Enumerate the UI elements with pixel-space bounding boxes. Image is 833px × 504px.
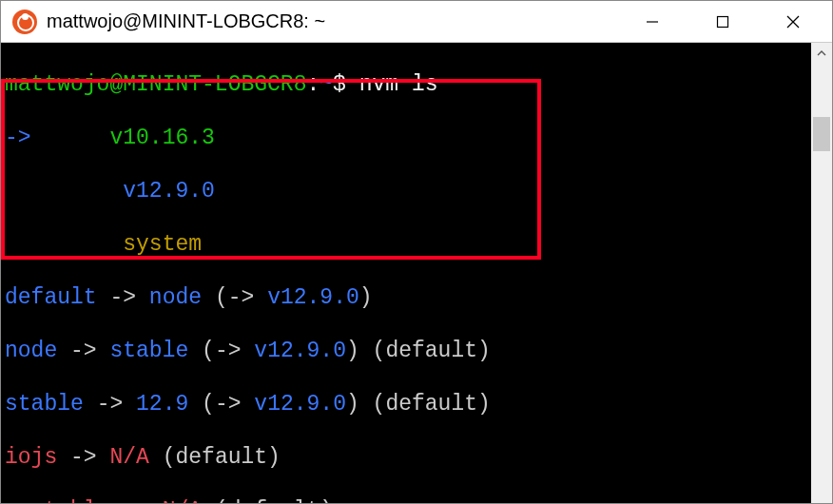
scroll-up-icon[interactable] <box>811 43 832 64</box>
nvm-system-row: system <box>5 231 807 258</box>
close-button[interactable] <box>758 1 828 43</box>
version-10: v10.16.3 <box>109 126 214 150</box>
window-titlebar: mattwojo@MININT-LOBGCR8: ~ <box>1 1 832 43</box>
window-title: mattwojo@MININT-LOBGCR8: ~ <box>47 10 617 32</box>
scrollbar[interactable] <box>811 43 832 503</box>
nvm-iojs-row: iojs -> N/A (default) <box>5 444 807 471</box>
nvm-default-row: default -> node (-> v12.9.0) <box>5 284 807 311</box>
prompt-path: ~ <box>320 72 333 97</box>
nvm-unstable-row: unstable -> N/A (default) <box>5 497 807 504</box>
window-controls <box>617 1 828 43</box>
maximize-button[interactable] <box>688 1 758 43</box>
minimize-button[interactable] <box>617 1 688 43</box>
terminal-output[interactable]: mattwojo@MININT-LOBGCR8:~$ nvm ls -> v10… <box>1 43 811 503</box>
system-label: system <box>123 232 202 257</box>
svg-rect-1 <box>718 16 728 27</box>
prompt-line: mattwojo@MININT-LOBGCR8:~$ nvm ls <box>5 71 807 98</box>
nvm-stable-row: stable -> 12.9 (-> v12.9.0) (default) <box>5 391 807 417</box>
prompt-userhost: mattwojo@MININT-LOBGCR8 <box>5 72 306 97</box>
version-12: v12.9.0 <box>123 179 215 204</box>
scroll-thumb[interactable] <box>813 117 830 151</box>
ubuntu-icon <box>12 10 37 34</box>
nvm-current-version: -> v10.16.3 <box>5 125 807 151</box>
nvm-version-row: v12.9.0 <box>5 178 807 204</box>
command-text: nvm ls <box>359 72 438 97</box>
nvm-node-row: node -> stable (-> v12.9.0) (default) <box>5 338 807 364</box>
